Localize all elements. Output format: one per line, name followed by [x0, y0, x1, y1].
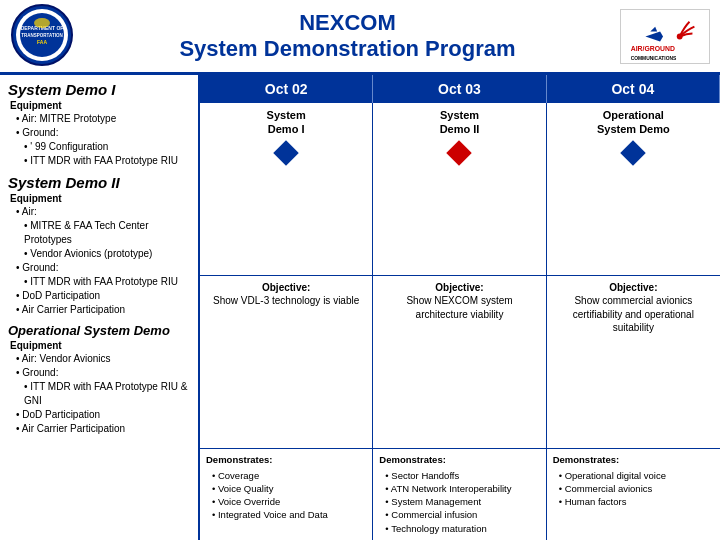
right-grid: Oct 02 Oct 03 Oct 04 SystemDemo I System…: [200, 75, 720, 540]
list-item: ITT MDR with FAA Prototype RIU & GNI: [24, 380, 190, 408]
title-line1: NEXCOM: [299, 10, 396, 35]
demo1-section: System Demo I Equipment Air: MITRE Proto…: [8, 81, 190, 168]
cell-label-r1c3: OperationalSystem Demo: [597, 108, 670, 137]
list-item: ' 99 Configuration: [24, 140, 190, 154]
objective-text-3: Show commercial avionics certifiability …: [573, 295, 694, 333]
cell-r2-c3: Objective: Show commercial avionics cert…: [547, 276, 720, 449]
objective-text-2: Show NEXCOM system architecture viabilit…: [406, 295, 512, 320]
list-item: Integrated Voice and Data: [212, 508, 366, 521]
demo2-section: System Demo II Equipment Air: MITRE & FA…: [8, 174, 190, 317]
dem-title-3: Demonstrates:: [553, 454, 714, 467]
demonstrates-r3c1: Demonstrates: Coverage Voice Quality Voi…: [206, 454, 366, 522]
col-header-oct02: Oct 02: [200, 75, 373, 103]
svg-text:AIR/GROUND: AIR/GROUND: [631, 45, 675, 52]
demo1-equipment: Equipment: [10, 100, 190, 111]
demonstrates-r3c2: Demonstrates: Sector Handoffs ATN Networ…: [379, 454, 539, 535]
objective-text-1: Show VDL-3 technology is viable: [213, 295, 359, 306]
diamond-icon-red: [447, 140, 472, 165]
list-item: ITT MDR with FAA Prototype RIU: [24, 154, 190, 168]
list-item: System Management: [385, 495, 539, 508]
list-item: DoD Participation: [16, 289, 190, 303]
list-item: MITRE & FAA Tech Center Prototypes: [24, 219, 190, 247]
dem-title-1: Demonstrates:: [206, 454, 366, 467]
cell-r3-c2: Demonstrates: Sector Handoffs ATN Networ…: [373, 449, 546, 540]
cell-label-r1c2: SystemDemo II: [440, 108, 480, 137]
list-item: Voice Quality: [212, 482, 366, 495]
list-item: Air Carrier Participation: [16, 303, 190, 317]
demo2-title: System Demo II: [8, 174, 190, 191]
svg-text:COMMUNICATIONS: COMMUNICATIONS: [631, 56, 677, 61]
list-item: Air: Vendor Avionics: [16, 352, 190, 366]
header-title: NEXCOM System Demonstration Program: [75, 10, 620, 63]
list-item: ITT MDR with FAA Prototype RIU: [24, 275, 190, 289]
svg-marker-8: [645, 31, 663, 41]
list-item: Ground:: [16, 366, 190, 380]
cell-r3-c3: Demonstrates: Operational digital voice …: [547, 449, 720, 540]
cell-r1-c2: SystemDemo II: [373, 103, 546, 276]
col-header-oct04: Oct 04: [547, 75, 720, 103]
main-content: System Demo I Equipment Air: MITRE Proto…: [0, 75, 720, 540]
svg-text:TRANSPORTATION: TRANSPORTATION: [21, 33, 62, 38]
cell-r2-c1: Objective: Show VDL-3 technology is viab…: [200, 276, 373, 449]
list-item: Sector Handoffs: [385, 469, 539, 482]
list-item: Air Carrier Participation: [16, 422, 190, 436]
demo2-equipment: Equipment: [10, 193, 190, 204]
list-item: Commercial avionics: [559, 482, 714, 495]
objective-r2c3: Objective: Show commercial avionics cert…: [553, 281, 714, 335]
list-item: Ground:: [16, 126, 190, 140]
list-item: Vendor Avionics (prototype): [24, 247, 190, 261]
cell-r3-c1: Demonstrates: Coverage Voice Quality Voi…: [200, 449, 373, 540]
cell-r2-c2: Objective: Show NEXCOM system architectu…: [373, 276, 546, 449]
svg-point-6: [34, 18, 50, 28]
title-line2: System Demonstration Program: [179, 36, 515, 61]
list-item: Air:: [16, 205, 190, 219]
objective-title-3: Objective:: [609, 282, 657, 293]
demo3-title: Operational System Demo: [8, 323, 190, 338]
objective-r2c2: Objective: Show NEXCOM system architectu…: [379, 281, 539, 322]
list-item: Human factors: [559, 495, 714, 508]
list-item: Ground:: [16, 261, 190, 275]
demonstrates-r3c3: Demonstrates: Operational digital voice …: [553, 454, 714, 509]
right-logo: AIR/GROUND COMMUNICATIONS: [620, 9, 710, 64]
header: DEPARTMENT OF TRANSPORTATION FAA NEXCOM …: [0, 0, 720, 75]
left-logo: DEPARTMENT OF TRANSPORTATION FAA: [10, 3, 75, 70]
list-item: Technology maturation: [385, 522, 539, 535]
svg-text:FAA: FAA: [37, 39, 47, 45]
cell-r1-c1: SystemDemo I: [200, 103, 373, 276]
objective-r2c1: Objective: Show VDL-3 technology is viab…: [213, 281, 359, 308]
col-header-oct03: Oct 03: [373, 75, 546, 103]
left-panel: System Demo I Equipment Air: MITRE Proto…: [0, 75, 200, 540]
dem-title-2: Demonstrates:: [379, 454, 539, 467]
diamond-icon-blue-2: [621, 140, 646, 165]
cell-label-r1c1: SystemDemo I: [267, 108, 306, 137]
list-item: Air: MITRE Prototype: [16, 112, 190, 126]
objective-title-1: Objective:: [262, 282, 310, 293]
svg-point-7: [677, 33, 683, 39]
objective-title-2: Objective:: [435, 282, 483, 293]
list-item: ATN Network Interoperability: [385, 482, 539, 495]
demo3-equipment: Equipment: [10, 340, 190, 351]
list-item: DoD Participation: [16, 408, 190, 422]
diamond-icon-blue-1: [273, 140, 298, 165]
cell-r1-c3: OperationalSystem Demo: [547, 103, 720, 276]
list-item: Operational digital voice: [559, 469, 714, 482]
svg-marker-9: [650, 26, 657, 31]
list-item: Commercial infusion: [385, 508, 539, 521]
list-item: Coverage: [212, 469, 366, 482]
demo1-title: System Demo I: [8, 81, 190, 98]
list-item: Voice Override: [212, 495, 366, 508]
demo3-section: Operational System Demo Equipment Air: V…: [8, 323, 190, 436]
